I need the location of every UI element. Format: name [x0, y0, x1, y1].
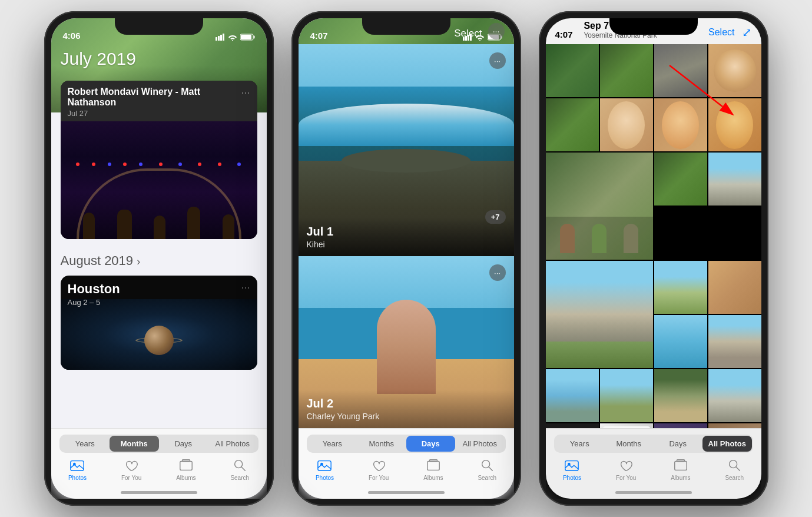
segment-control-3[interactable]: Years Months Days All Photos	[554, 435, 753, 453]
search-icon-1	[232, 458, 247, 473]
grid-cell-18[interactable]	[600, 369, 653, 422]
segment-allphotos-1[interactable]: All Photos	[208, 436, 257, 452]
segment-months-3[interactable]: Months	[604, 436, 654, 452]
phone-1: 4:06 July 2019	[44, 11, 274, 506]
segment-allphotos-2[interactable]: All Photos	[455, 436, 505, 452]
tab-photos-2[interactable]: Photos	[316, 458, 334, 481]
tab-photos-1[interactable]: Photos	[68, 458, 87, 481]
svg-rect-25	[429, 460, 437, 462]
day-1-info: Jul 1 Kihei	[299, 218, 514, 256]
grid-cell-16[interactable]	[708, 315, 761, 368]
albums-icon-1	[178, 458, 194, 473]
grid-cell-5[interactable]	[546, 98, 599, 151]
memory-card-header-1: Robert Mondavi Winery - Matt Nathanson J…	[61, 81, 257, 121]
grid-cell-9[interactable]	[546, 153, 653, 260]
tab-albums-2[interactable]: Albums	[423, 458, 443, 481]
grid-cell-17[interactable]	[546, 369, 599, 422]
grid-cell-4[interactable]	[708, 44, 761, 97]
grid-cell-1[interactable]	[546, 44, 599, 97]
section-header-august[interactable]: August 2019 ›	[51, 244, 267, 273]
segment-years-2[interactable]: Years	[308, 436, 357, 452]
svg-line-13	[241, 467, 246, 471]
foryou-icon-3	[618, 458, 634, 473]
tab-icons-3: Photos For You Albums	[546, 453, 761, 481]
houston-dots[interactable]: ···	[241, 281, 250, 294]
segment-years-1[interactable]: Years	[61, 436, 110, 452]
grid-cell-13[interactable]	[654, 261, 707, 314]
grid-cell-6[interactable]	[600, 98, 653, 151]
grid-cell-8[interactable]	[708, 98, 761, 151]
segment-months-2[interactable]: Months	[357, 436, 406, 452]
notch-1	[115, 18, 203, 35]
tab-search-3[interactable]: Search	[725, 458, 744, 481]
tab-bar-1: Years Months Days All Photos Photos	[51, 428, 267, 499]
grid-cell-24[interactable]	[708, 423, 761, 428]
tab-albums-3[interactable]: Albums	[671, 458, 690, 481]
day-1-count-badge: +7	[485, 210, 506, 224]
saturn-model	[135, 326, 183, 355]
grid-cell-21[interactable]	[546, 423, 599, 428]
day-1-dots[interactable]: ···	[489, 52, 506, 69]
day-2-info: Jul 2 Charley Young Park	[299, 390, 514, 428]
grid-cell-11[interactable]	[708, 153, 761, 206]
tab-albums-label-1: Albums	[176, 475, 195, 481]
select-button-2[interactable]: Select	[454, 28, 482, 39]
section-arrow: ›	[137, 256, 140, 267]
segment-control-1[interactable]: Years Months Days All Photos	[59, 435, 258, 453]
svg-point-4	[232, 40, 233, 41]
waves	[299, 104, 514, 146]
more-button-2[interactable]: ···	[488, 23, 505, 39]
grid-cell-22[interactable]	[600, 423, 653, 428]
segment-days-2[interactable]: Days	[406, 436, 456, 452]
grid-cell-20[interactable]	[708, 369, 761, 422]
edit-icon-3[interactable]: ⤢	[742, 25, 752, 39]
tab-foryou-3[interactable]: For You	[616, 458, 636, 481]
segment-days-3[interactable]: Days	[654, 436, 703, 452]
day-card-2[interactable]: Jul 2 Charley Young Park ···	[299, 256, 514, 428]
grid-cell-2[interactable]	[600, 44, 653, 97]
segment-months-1[interactable]: Months	[110, 436, 159, 452]
status-bar-3: 4:07	[555, 29, 578, 39]
grid-cell-19[interactable]	[654, 369, 707, 422]
tab-icons-2: Photos For You Albums	[299, 453, 514, 481]
foryou-icon-1	[124, 458, 139, 473]
memory-card-1[interactable]: Robert Mondavi Winery - Matt Nathanson J…	[61, 81, 257, 239]
tab-photos-3[interactable]: Photos	[563, 458, 581, 481]
select-button-3[interactable]: Select	[708, 27, 734, 38]
grid-cell-3[interactable]	[654, 44, 707, 97]
light-red-6	[218, 163, 221, 166]
spacer-1	[51, 372, 267, 384]
tab-search-2[interactable]: Search	[478, 458, 496, 481]
segment-days-1[interactable]: Days	[159, 436, 208, 452]
day-card-1[interactable]: Jul 1 Kihei ··· +7	[299, 44, 514, 256]
tab-foryou-2[interactable]: For You	[369, 458, 389, 481]
home-indicator-3	[615, 491, 692, 494]
segment-control-2[interactable]: Years Months Days All Photos	[307, 435, 506, 453]
tab-search-1[interactable]: Search	[230, 458, 249, 481]
photo-grid-container[interactable]	[546, 44, 761, 428]
grid-cell-14[interactable]	[708, 261, 761, 314]
light-blue-2	[139, 163, 142, 166]
tab-bar-2: Years Months Days All Photos Photos	[299, 428, 514, 499]
person-3	[154, 216, 165, 239]
phone1-content[interactable]: July 2019 Robert Mondavi Winery - Matt N…	[51, 44, 267, 428]
grid-cell-23[interactable]	[654, 423, 707, 428]
day-1-location: Kihei	[307, 240, 506, 249]
houston-card[interactable]: Houston Aug 2 – 5 ···	[61, 276, 257, 370]
gf-3	[624, 224, 638, 253]
concert-people	[61, 204, 257, 239]
wifi-icon-1	[228, 34, 237, 41]
segment-years-3[interactable]: Years	[555, 436, 605, 452]
tab-albums-1[interactable]: Albums	[176, 458, 195, 481]
segment-allphotos-3[interactable]: All Photos	[702, 436, 752, 452]
gf-2	[592, 224, 606, 253]
phone-2-screen: 4:07 Select ···	[299, 18, 514, 499]
grid-cell-10[interactable]	[654, 153, 707, 206]
gf-1	[560, 224, 575, 253]
tab-foryou-1[interactable]: For You	[121, 458, 141, 481]
grid-cell-15[interactable]	[654, 315, 707, 368]
grid-cell-7[interactable]	[654, 98, 707, 151]
grid-cell-12[interactable]	[546, 261, 653, 368]
day-2-dots[interactable]: ···	[489, 264, 506, 281]
memory-card-dots-1[interactable]: ···	[241, 87, 250, 99]
